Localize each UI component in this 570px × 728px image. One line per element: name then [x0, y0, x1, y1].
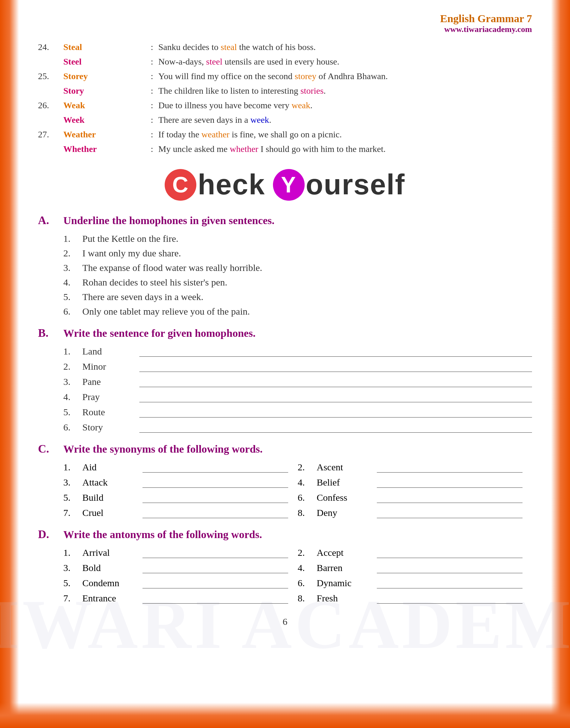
col-line[interactable]	[377, 470, 523, 473]
header-title: English Grammar 7	[38, 13, 532, 25]
two-col-row: 1. Arrival 2. Accept	[63, 547, 532, 558]
vocab-sentence-storey: You will find my office on the second st…	[158, 70, 532, 83]
vocabulary-table: 24. Steal : Sanku decides to steal the w…	[38, 40, 532, 156]
vocab-row-26b: Week : There are seven days in a week.	[38, 113, 532, 127]
col-right: 8. Deny	[298, 507, 532, 518]
col-line[interactable]	[142, 516, 288, 518]
vocab-sentence-story: The children like to listen to interesti…	[158, 84, 532, 97]
colon-27a: :	[146, 128, 158, 141]
col-word: Arrival	[82, 547, 139, 558]
col-line[interactable]	[377, 516, 523, 518]
list-item: 5. There are seven days in a week.	[63, 291, 532, 302]
col-line[interactable]	[142, 601, 288, 604]
col-word: Attack	[82, 477, 139, 488]
col-right: 4. Belief	[298, 477, 532, 488]
colon-25a: :	[146, 70, 158, 83]
heck-text: heck	[198, 168, 265, 201]
check-yourself-section: Check Yourself	[38, 168, 532, 201]
col-line[interactable]	[142, 470, 288, 473]
col-num: 7.	[63, 507, 82, 518]
section-b-header: B. Write the sentence for given homophon…	[38, 326, 532, 339]
answer-line[interactable]	[139, 385, 532, 387]
col-left: 5. Build	[63, 492, 298, 503]
col-word: Accept	[317, 547, 374, 558]
col-num: 5.	[63, 492, 82, 503]
header: English Grammar 7 www.tiwariacademy.com	[38, 13, 532, 34]
col-line[interactable]	[377, 556, 523, 558]
col-word: Confess	[317, 492, 374, 503]
section-d-title: Write the antonyms of the following word…	[63, 529, 262, 541]
col-word: Ascent	[317, 462, 374, 473]
col-line[interactable]	[377, 571, 523, 573]
col-num: 8.	[298, 593, 317, 604]
col-line[interactable]	[142, 586, 288, 588]
answer-line[interactable]	[139, 430, 532, 433]
word-label: 6.	[63, 422, 82, 433]
word-name: Route	[82, 407, 133, 418]
colon-24a: :	[146, 40, 158, 54]
col-num: 2.	[298, 547, 317, 558]
two-col-row: 5. Condemn 6. Dynamic	[63, 578, 532, 588]
section-c-header: C. Write the synonyms of the following w…	[38, 442, 532, 456]
col-word: Deny	[317, 507, 374, 518]
word-line-item: 6. Story	[63, 422, 532, 433]
col-left: 3. Attack	[63, 477, 298, 488]
answer-line[interactable]	[139, 354, 532, 357]
check-yourself-text: Check Yourself	[165, 168, 405, 201]
col-num: 6.	[298, 492, 317, 503]
vocab-num-27: 27.	[38, 128, 63, 141]
word-line-item: 1. Land	[63, 346, 532, 357]
vocab-row-25a: 25. Storey : You will find my office on …	[38, 70, 532, 83]
col-line[interactable]	[142, 571, 288, 573]
word-line-item: 3. Pane	[63, 377, 532, 387]
ourself-text: ourself	[306, 168, 405, 201]
word-line-item: 2. Minor	[63, 361, 532, 372]
word-name: Land	[82, 346, 133, 357]
answer-line[interactable]	[139, 415, 532, 418]
col-right: 2. Ascent	[298, 462, 532, 473]
section-b-list: 1. Land 2. Minor 3. Pane 4. Pray 5. Rout…	[38, 346, 532, 433]
colon-24b: :	[146, 55, 158, 68]
answer-line[interactable]	[139, 370, 532, 372]
col-line[interactable]	[377, 601, 523, 604]
word-line-item: 4. Pray	[63, 392, 532, 402]
col-word: Barren	[317, 563, 374, 573]
col-line[interactable]	[377, 586, 523, 588]
two-col-row: 5. Build 6. Confess	[63, 492, 532, 503]
answer-line[interactable]	[139, 400, 532, 402]
col-word: Cruel	[82, 507, 139, 518]
col-left: 5. Condemn	[63, 578, 298, 588]
list-text: There are seven days in a week.	[82, 291, 532, 302]
col-line[interactable]	[142, 485, 288, 488]
vocab-word-whether: Whether	[63, 142, 146, 156]
section-a-header: A. Underline the homophones in given sen…	[38, 214, 532, 227]
vocab-word-storey: Storey	[63, 70, 146, 83]
vocab-row-26a: 26. Weak : Due to illness you have becom…	[38, 99, 532, 112]
vocab-sentence-whether: My uncle asked me whether I should go wi…	[158, 142, 532, 156]
col-line[interactable]	[142, 556, 288, 558]
word-label: 1.	[63, 346, 82, 357]
vocab-sentence-week: There are seven days in a week.	[158, 113, 532, 127]
list-num: 6.	[63, 306, 82, 317]
col-line[interactable]	[377, 501, 523, 503]
vocab-row-27b: Whether : My uncle asked me whether I sh…	[38, 142, 532, 156]
vocab-word-steal: Steal	[63, 40, 146, 54]
colon-25b: :	[146, 84, 158, 97]
list-text: Rohan decides to steel his sister's pen.	[82, 277, 532, 288]
col-word: Dynamic	[317, 578, 374, 588]
list-text: I want only my due share.	[82, 248, 532, 258]
col-num: 8.	[298, 507, 317, 518]
col-right: 6. Dynamic	[298, 578, 532, 588]
col-line[interactable]	[142, 501, 288, 503]
colon-26a: :	[146, 99, 158, 112]
section-a-list: 1. Put the Kettle on the fire. 2. I want…	[38, 233, 532, 317]
col-line[interactable]	[377, 485, 523, 488]
list-num: 3.	[63, 262, 82, 273]
y-circle: Y	[273, 169, 305, 201]
vocab-sentence-steal: Sanku decides to steal the watch of his …	[158, 40, 532, 54]
section-c-title: Write the synonyms of the following word…	[63, 443, 263, 455]
col-left: 7. Cruel	[63, 507, 298, 518]
col-num: 4.	[298, 477, 317, 488]
vocab-num-26: 26.	[38, 99, 63, 112]
col-word: Condemn	[82, 578, 139, 588]
